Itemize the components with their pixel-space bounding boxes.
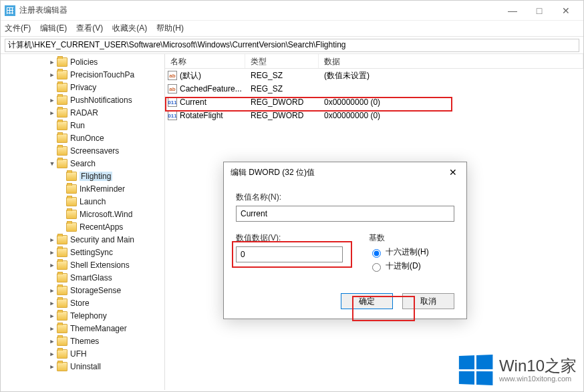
tree-item[interactable]: ▶Store — [1, 297, 164, 309]
folder-icon — [57, 248, 67, 257]
tree-item[interactable]: ▶Shell Extensions — [1, 258, 164, 271]
tree-item-label: Run — [70, 121, 85, 130]
tree-item[interactable]: ▶Policies — [1, 55, 164, 68]
tree-item-label: RunOnce — [70, 134, 104, 143]
value-data: (数值未设置) — [319, 70, 583, 81]
radio-hex-label: 十六进制(H) — [386, 246, 429, 258]
tree-item[interactable]: SmartGlass — [1, 271, 164, 284]
expander-icon[interactable]: ▶ — [47, 236, 57, 243]
close-button[interactable]: ✕ — [553, 1, 579, 21]
addressbar — [1, 37, 583, 54]
tree-item[interactable]: ▶UFH — [1, 347, 164, 360]
dialog-close-button[interactable]: ✕ — [446, 167, 460, 178]
value-name: (默认) — [180, 70, 201, 81]
tree-item-label: Microsoft.Wind — [80, 210, 132, 219]
edit-dword-dialog: 编辑 DWORD (32 位)值 ✕ 数值名称(N): 数值数据(V): 基数 … — [223, 162, 467, 319]
address-input[interactable] — [5, 39, 579, 52]
value-name: CachedFeature... — [180, 84, 242, 93]
tree-item-label: ThemeManager — [70, 324, 127, 333]
watermark-title: Win10之家 — [499, 357, 577, 375]
tree-item[interactable]: ▶Themes — [1, 335, 164, 347]
string-value-icon: ab — [168, 84, 177, 93]
name-field[interactable] — [236, 206, 454, 222]
value-name: RotateFlight — [180, 111, 223, 120]
list-row[interactable]: abCachedFeature...REG_SZ — [165, 82, 583, 95]
folder-icon — [57, 95, 67, 105]
minimize-button[interactable]: — — [499, 1, 526, 21]
folder-icon — [66, 184, 77, 194]
tree-item[interactable]: ▶PrecisionTouchPa — [1, 68, 164, 81]
tree-item[interactable]: ▶StorageSense — [1, 284, 164, 297]
tree-item[interactable]: ▶ThemeManager — [1, 322, 164, 335]
tree-item[interactable]: Run — [1, 119, 164, 132]
folder-icon — [57, 70, 67, 79]
radio-dec-label: 十进制(D) — [386, 260, 421, 272]
tree-item-label: Search — [70, 159, 96, 168]
tree-item[interactable]: Privacy — [1, 81, 164, 93]
list-row[interactable]: 011CurrentREG_DWORD0x00000000 (0) — [165, 95, 583, 109]
expander-icon[interactable]: ▶ — [47, 313, 57, 319]
binary-value-icon: 011 — [168, 97, 177, 107]
folder-icon — [57, 349, 67, 359]
tree-item-label: Flighting — [80, 172, 112, 181]
col-name-header[interactable]: 名称 — [165, 54, 245, 68]
app-icon — [5, 5, 15, 16]
menu-file[interactable]: 文件(F) — [5, 23, 31, 34]
tree-item[interactable]: Flighting — [1, 170, 164, 182]
folder-icon — [57, 260, 67, 270]
tree-item-label: Screensavers — [70, 146, 119, 156]
tree-item[interactable]: InkReminder — [1, 182, 164, 195]
dialog-title: 编辑 DWORD (32 位)值 — [231, 167, 446, 178]
tree-item[interactable]: Microsoft.Wind — [1, 208, 164, 220]
tree-item[interactable]: ▶RADAR — [1, 106, 164, 119]
tree-item[interactable]: ▶SettingSync — [1, 246, 164, 258]
expander-icon[interactable]: ▶ — [47, 59, 57, 65]
col-type-header[interactable]: 类型 — [245, 54, 319, 68]
expander-icon[interactable]: ▶ — [47, 97, 57, 104]
expander-icon[interactable]: ▶ — [47, 363, 57, 370]
tree-item[interactable]: ▶Uninstall — [1, 360, 164, 373]
tree-item[interactable]: ▼Search — [1, 157, 164, 170]
list-row[interactable]: 011RotateFlightREG_DWORD0x00000000 (0) — [165, 109, 583, 122]
menu-favorites[interactable]: 收藏夹(A) — [112, 23, 147, 34]
tree-item-label: Themes — [70, 337, 99, 346]
tree-item-label: Uninstall — [70, 362, 101, 371]
list-header: 名称 类型 数据 — [165, 54, 583, 69]
expander-icon[interactable]: ▶ — [47, 287, 57, 294]
value-data: 0x00000000 (0) — [319, 111, 583, 120]
col-data-header[interactable]: 数据 — [319, 54, 583, 68]
tree-item-label: Telephony — [70, 311, 107, 321]
expander-icon[interactable]: ▶ — [47, 300, 57, 307]
string-value-icon: ab — [168, 71, 177, 80]
expander-icon[interactable]: ▶ — [47, 249, 57, 256]
expander-icon[interactable]: ▼ — [47, 160, 57, 167]
menu-help[interactable]: 帮助(H) — [156, 23, 184, 34]
list-row[interactable]: ab(默认)REG_SZ(数值未设置) — [165, 69, 583, 82]
folder-icon — [57, 134, 67, 143]
tree-item[interactable]: Launch — [1, 195, 164, 208]
folder-icon — [57, 57, 67, 67]
expander-icon[interactable]: ▶ — [47, 338, 57, 345]
maximize-button[interactable]: □ — [526, 1, 553, 21]
expander-icon[interactable]: ▶ — [47, 110, 57, 116]
radio-hex[interactable] — [372, 249, 381, 258]
tree-item[interactable]: ▶Security and Main — [1, 233, 164, 246]
expander-icon[interactable]: ▶ — [47, 71, 57, 78]
tree-view[interactable]: ▶Policies▶PrecisionTouchPaPrivacy▶PushNo… — [1, 54, 165, 390]
tree-item[interactable]: RecentApps — [1, 220, 164, 233]
tree-item-label: PushNotifications — [70, 95, 132, 105]
expander-icon[interactable]: ▶ — [47, 325, 57, 332]
titlebar: 注册表编辑器 — □ ✕ — [1, 1, 583, 21]
menu-edit[interactable]: 编辑(E) — [40, 23, 67, 34]
expander-icon[interactable]: ▶ — [47, 262, 57, 268]
tree-item[interactable]: ▶Telephony — [1, 309, 164, 322]
menu-view[interactable]: 查看(V) — [76, 23, 103, 34]
ok-button[interactable]: 确定 — [341, 293, 393, 309]
radio-dec[interactable] — [372, 263, 381, 272]
tree-item[interactable]: RunOnce — [1, 132, 164, 144]
tree-item[interactable]: Screensavers — [1, 144, 164, 157]
tree-item[interactable]: ▶PushNotifications — [1, 93, 164, 106]
data-field[interactable] — [236, 246, 343, 262]
cancel-button[interactable]: 取消 — [402, 293, 454, 309]
expander-icon[interactable]: ▶ — [47, 351, 57, 357]
